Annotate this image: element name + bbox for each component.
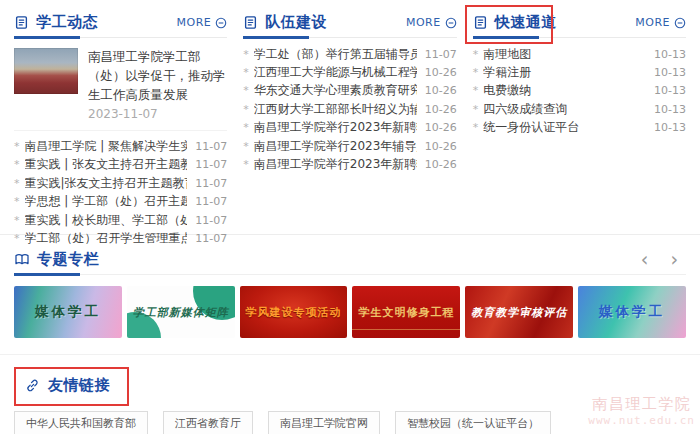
news-item-title: 重实践|张友文主持召开主题教育专题调... — [25, 175, 188, 192]
news-list-item[interactable]: * 南理地图 10-13 — [473, 45, 686, 63]
more-link-student-news[interactable]: MORE — [177, 16, 228, 29]
news-item-date: 10-26 — [425, 140, 457, 153]
asterisk-bullet: * — [14, 232, 20, 245]
news-item-title: 统一身份认证平台 — [483, 119, 646, 136]
section-title: 队伍建设 — [265, 13, 327, 32]
asterisk-bullet: * — [473, 48, 479, 61]
news-list-item[interactable]: * 南昌理工学院举行2023年新聘辅导员（... 10-26 — [243, 119, 456, 137]
news-item-title: 学工处（部）举行第五届辅导员素质能... — [254, 46, 417, 63]
asterisk-bullet: * — [243, 121, 249, 134]
section-title: 学工动态 — [36, 13, 98, 32]
chevron-right-icon[interactable]: › — [670, 250, 678, 269]
news-item-date: 10-26 — [425, 84, 457, 97]
news-item-date: 10-13 — [654, 66, 686, 79]
topic-banner-label: 学工部新媒体矩阵 — [133, 305, 229, 320]
circle-minus-icon — [674, 17, 686, 29]
news-item-date: 10-26 — [425, 121, 457, 134]
student-affairs-portal-page: 学工动态 MORE 南昌理工学院学工部（处）以学促干，推动学生工作高质量发展 — [0, 0, 700, 434]
friend-link-button[interactable]: 智慧校园（统一认证平台） — [395, 411, 551, 434]
news-item-date: 10-26 — [425, 66, 457, 79]
carousel-nav: ‹ › — [641, 250, 686, 269]
news-list-item[interactable]: * 江西财大学工部部长叶绍义为辅导员专... 10-26 — [243, 100, 456, 118]
news-list-item[interactable]: * 学思想 | 学工部（处）召开主题教育专... 11-07 — [14, 192, 227, 210]
topic-banner[interactable]: 媒体学工 — [578, 286, 686, 338]
more-label: MORE — [635, 16, 670, 29]
team-building-list: * 学工处（部）举行第五届辅导员素质能... 11-07 * 江西理工大学能源与… — [243, 45, 456, 174]
section-title: 友情链接 — [48, 376, 110, 395]
more-link-quick-access[interactable]: MORE — [635, 16, 686, 29]
topic-banner[interactable]: 媒体学工 — [14, 286, 122, 338]
topic-banner[interactable]: 教育教学审核评估 — [465, 286, 573, 338]
news-item-title: 学思想 | 学工部（处）召开主题教育专... — [25, 193, 188, 210]
title-underline — [243, 36, 309, 39]
quick-access-header: 快速通道 MORE — [473, 8, 686, 38]
document-lines-icon — [473, 15, 488, 30]
news-item-title: 南昌理工学院 | 聚焦解决学生实际问题... — [25, 138, 188, 155]
document-lines-icon — [243, 15, 258, 30]
news-list-item[interactable]: * 江西理工大学能源与机械工程学院党委... 10-26 — [243, 63, 456, 81]
friend-link-button[interactable]: 中华人民共和国教育部 — [14, 411, 148, 434]
friend-link-button[interactable]: 江西省教育厅 — [163, 411, 253, 434]
news-item-date: 11-07 — [195, 158, 227, 171]
chevron-left-icon[interactable]: ‹ — [641, 250, 649, 269]
topic-banner-label: 媒体学工 — [599, 303, 665, 321]
news-list-item[interactable]: * 重实践 | 校长助理、学工部（处）部长... 11-07 — [14, 211, 227, 229]
news-list-item[interactable]: * 学籍注册 10-13 — [473, 63, 686, 81]
news-item-title: 学籍注册 — [483, 64, 646, 81]
quick-access-list: * 南理地图 10-13 * 学籍注册 10-13 * 电费缴纳 10-13 *… — [473, 45, 686, 137]
friend-link-button[interactable]: 南昌理工学院官网 — [268, 411, 380, 434]
topic-banner[interactable]: 学生文明修身工程 — [352, 286, 460, 338]
topics-title-group: 专题专栏 — [14, 245, 99, 274]
more-link-team-building[interactable]: MORE — [406, 16, 457, 29]
news-item-date: 11-07 — [195, 177, 227, 190]
featured-news-photo — [14, 48, 78, 94]
news-item-title: 电费缴纳 — [483, 82, 646, 99]
friend-links-section: 友情链接 中华人民共和国教育部 江西省教育厅 南昌理工学院官网 智慧校园（统一认… — [0, 354, 700, 434]
news-list-item[interactable]: * 南昌理工学院举行2023年辅导员（班主... 10-26 — [243, 137, 456, 155]
asterisk-bullet: * — [473, 103, 479, 116]
news-list-item[interactable]: * 学工处（部）举行第五届辅导员素质能... 11-07 — [243, 45, 456, 63]
news-item-date: 10-26 — [425, 103, 457, 116]
topics-header: 专题专栏 ‹ › — [14, 245, 686, 275]
asterisk-bullet: * — [473, 84, 479, 97]
asterisk-bullet: * — [14, 195, 20, 208]
news-item-date: 10-13 — [654, 48, 686, 61]
news-list-item[interactable]: * 重实践|张友文主持召开主题教育专题调... 11-07 — [14, 174, 227, 192]
team-building-header: 队伍建设 MORE — [243, 8, 456, 38]
news-item-title: 重实践 | 校长助理、学工部（处）部长... — [25, 212, 188, 229]
more-label: MORE — [177, 16, 212, 29]
student-news-title-group: 学工动态 — [14, 8, 98, 37]
news-item-date: 11-07 — [195, 140, 227, 153]
news-list-item[interactable]: * 重实践 | 张友文主持召开主题教育专题... 11-07 — [14, 156, 227, 174]
circle-minus-icon — [445, 17, 457, 29]
featured-news-meta: 南昌理工学院学工部（处）以学促干，推动学生工作高质量发展 2023-11-07 — [88, 48, 227, 121]
topic-banner[interactable]: 学工部新媒体矩阵 — [127, 286, 235, 338]
asterisk-bullet: * — [243, 140, 249, 153]
team-building-title-group: 队伍建设 — [243, 8, 327, 37]
news-list-item[interactable]: * 统一身份认证平台 10-13 — [473, 119, 686, 137]
news-list-item[interactable]: * 四六级成绩查询 10-13 — [473, 100, 686, 118]
title-underline — [14, 36, 80, 39]
friend-links-row: 中华人民共和国教育部 江西省教育厅 南昌理工学院官网 智慧校园（统一认证平台） — [14, 411, 686, 434]
news-item-date: 11-07 — [195, 232, 227, 245]
news-item-title: 南昌理工学院举行2023年新聘辅导员岗... — [254, 156, 417, 173]
section-title: 快速通道 — [495, 13, 557, 32]
open-book-icon — [14, 252, 30, 268]
topic-banner-row: 媒体学工 学工部新媒体矩阵 学风建设专项活动 学生文明修身工程 教育教学审核评估… — [14, 286, 686, 338]
news-list-item[interactable]: * 电费缴纳 10-13 — [473, 82, 686, 100]
asterisk-bullet: * — [14, 214, 20, 227]
news-item-title: 江西财大学工部部长叶绍义为辅导员专... — [254, 101, 417, 118]
featured-news[interactable]: 南昌理工学院学工部（处）以学促干，推动学生工作高质量发展 2023-11-07 — [14, 38, 227, 131]
news-list-item[interactable]: * 南昌理工学院举行2023年新聘辅导员岗... 10-26 — [243, 155, 456, 173]
circle-minus-icon — [215, 17, 227, 29]
news-item-date: 10-13 — [654, 103, 686, 116]
featured-news-date: 2023-11-07 — [88, 107, 227, 121]
news-list-item[interactable]: * 南昌理工学院 | 聚焦解决学生实际问题... 11-07 — [14, 137, 227, 155]
section-title: 专题专栏 — [37, 250, 99, 269]
news-list-item[interactable]: * 华东交通大学心理素质教育研究院（心... 10-26 — [243, 82, 456, 100]
news-item-title: 南昌理工学院举行2023年辅导员（班主... — [254, 138, 417, 155]
top-columns-area: 学工动态 MORE 南昌理工学院学工部（处）以学促干，推动学生工作高质量发展 — [0, 0, 700, 234]
topic-banner[interactable]: 学风建设专项活动 — [240, 286, 348, 338]
news-item-date: 11-07 — [195, 195, 227, 208]
asterisk-bullet: * — [473, 121, 479, 134]
